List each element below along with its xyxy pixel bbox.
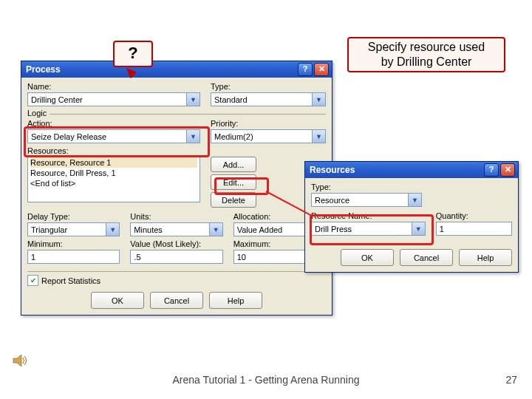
res-name-value: Drill Press (315, 225, 352, 233)
resources-label: Resources: (27, 146, 69, 155)
resources-titlebar[interactable]: Resources ? ✕ (305, 162, 518, 178)
delaytype-value: Triangular (31, 225, 67, 234)
logic-group-label: Logic (27, 109, 50, 117)
delaytype-label: Delay Type: (27, 212, 120, 221)
res-qty-input[interactable]: 1 (436, 222, 512, 236)
slide-number: 27 (505, 374, 517, 386)
units-label: Units: (130, 212, 222, 221)
min-input[interactable]: 1 (27, 250, 120, 264)
res-name-label: Resource Name: (311, 211, 426, 220)
ok-button[interactable]: OK (91, 292, 144, 309)
delete-button[interactable]: Delete (211, 192, 256, 208)
res-help-button[interactable]: Help (459, 249, 512, 266)
chevron-down-icon[interactable]: ▼ (186, 93, 200, 106)
chevron-down-icon[interactable]: ▼ (106, 223, 119, 236)
name-label: Name: (27, 82, 200, 91)
action-select[interactable]: Seize Delay Release ▼ (27, 129, 200, 143)
process-dialog: Process ? ✕ Name: Drilling Center ▼ Type… (21, 61, 332, 316)
callout-line1: Specify resource used (349, 40, 504, 55)
resources-listbox[interactable]: Resource, Resource 1 Resource, Drill Pre… (27, 155, 200, 202)
chevron-down-icon[interactable]: ▼ (312, 93, 325, 106)
action-value: Seize Delay Release (31, 132, 106, 141)
allocation-value: Value Added (237, 225, 283, 234)
footer-text: Arena Tutorial 1 - Getting Arena Running (0, 374, 532, 386)
type-label: Type: (211, 82, 326, 91)
res-qty-value: 1 (440, 225, 444, 233)
max-value: 10 (237, 253, 246, 262)
callout-specify-resource: Specify resource used by Drilling Center (347, 37, 505, 72)
help-icon[interactable]: ? (298, 63, 313, 76)
close-icon[interactable]: ✕ (314, 63, 329, 76)
list-item[interactable]: Resource, Drill Press, 1 (30, 168, 197, 178)
speaker-icon (12, 353, 28, 368)
name-value: Drilling Center (31, 95, 83, 104)
chevron-down-icon[interactable]: ▼ (209, 223, 222, 236)
res-name-select[interactable]: Drill Press ▼ (311, 222, 426, 236)
priority-label: Priority: (211, 119, 326, 128)
most-input[interactable]: .5 (130, 250, 222, 264)
add-button[interactable]: Add... (211, 157, 256, 172)
res-type-select[interactable]: Resource ▼ (311, 193, 422, 207)
priority-value: Medium(2) (214, 132, 253, 141)
units-select[interactable]: Minutes▼ (130, 222, 222, 236)
chevron-down-icon[interactable]: ▼ (408, 194, 421, 206)
res-type-value: Resource (315, 196, 349, 205)
report-stats-label: Report Statistics (41, 276, 100, 285)
resources-title: Resources (310, 165, 355, 175)
chevron-down-icon[interactable]: ▼ (186, 130, 200, 143)
most-value: .5 (134, 253, 140, 262)
delaytype-select[interactable]: Triangular▼ (27, 222, 120, 236)
type-value: Standard (214, 95, 248, 104)
resources-dialog: Resources ? ✕ Type: Resource ▼ Resource … (304, 161, 519, 273)
checkbox-icon: ✔ (27, 275, 38, 286)
list-item[interactable]: <End of list> (30, 178, 197, 188)
close-icon[interactable]: ✕ (500, 163, 515, 177)
svg-marker-0 (13, 355, 21, 366)
process-title: Process (26, 64, 61, 75)
cancel-button[interactable]: Cancel (150, 292, 203, 309)
process-titlebar[interactable]: Process ? ✕ (21, 61, 332, 78)
res-cancel-button[interactable]: Cancel (400, 249, 453, 266)
most-label: Value (Most Likely): (130, 239, 222, 248)
res-type-label: Type: (311, 183, 512, 191)
help-icon[interactable]: ? (484, 163, 499, 177)
res-qty-label: Quantity: (436, 211, 512, 220)
callout-line2: by Drilling Center (349, 55, 504, 69)
report-stats-checkbox[interactable]: ✔ Report Statistics (27, 275, 326, 286)
min-label: Minimum: (27, 239, 120, 248)
min-value: 1 (31, 253, 35, 262)
res-ok-button[interactable]: OK (341, 249, 394, 266)
edit-button[interactable]: Edit... (211, 174, 256, 190)
priority-select[interactable]: Medium(2) ▼ (211, 129, 326, 143)
units-value: Minutes (134, 225, 163, 234)
action-label: Action: (27, 119, 200, 128)
type-select[interactable]: Standard ▼ (211, 92, 326, 106)
chevron-down-icon[interactable]: ▼ (412, 222, 425, 235)
chevron-down-icon[interactable]: ▼ (312, 130, 325, 143)
help-button[interactable]: Help (209, 292, 262, 309)
list-item[interactable]: Resource, Resource 1 (30, 157, 197, 168)
callout-question: ? (113, 41, 153, 67)
name-input[interactable]: Drilling Center ▼ (27, 92, 200, 106)
